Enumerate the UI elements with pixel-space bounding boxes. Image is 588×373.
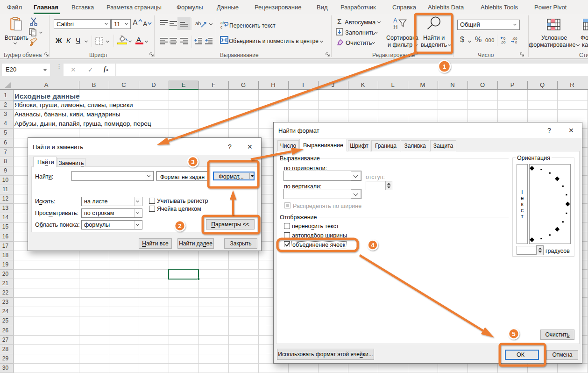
svg-text:Я: Я: [393, 23, 397, 29]
svg-text:,00: ,00: [501, 40, 505, 44]
svg-text:А: А: [393, 17, 397, 24]
svg-text:ab: ab: [195, 21, 201, 26]
svg-text:0: 0: [515, 40, 517, 44]
svg-text:c: c: [220, 25, 223, 29]
